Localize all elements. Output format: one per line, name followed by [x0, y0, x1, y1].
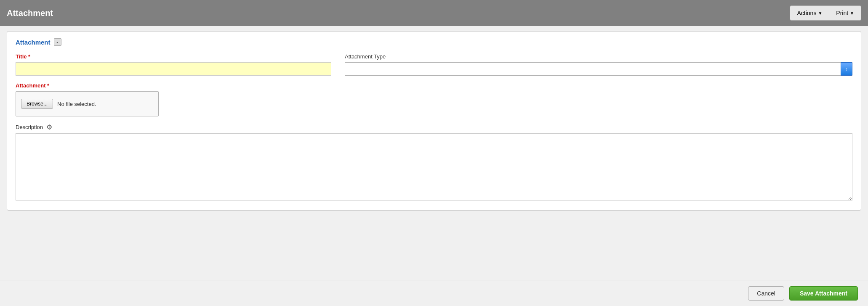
header-buttons: Actions ▼ Print ▼ [790, 5, 861, 21]
attachment-type-label: Attachment Type [345, 53, 852, 60]
description-label-row: Description ⚙ [16, 123, 852, 131]
footer-bar: Cancel Save Attachment [0, 280, 868, 306]
title-group: Title * [16, 53, 331, 76]
cancel-button[interactable]: Cancel [748, 286, 784, 301]
attachment-type-select-wrapper: ↕ [345, 62, 852, 76]
description-row: Description ⚙ [16, 123, 852, 202]
file-status-label: No file selected. [57, 101, 96, 107]
attachment-label: Attachment * [16, 82, 49, 89]
save-attachment-button[interactable]: Save Attachment [789, 286, 858, 301]
attachment-row: Attachment * Browse... No file selected. [16, 82, 852, 116]
description-label-text: Description [16, 124, 43, 130]
form-row-top: Title * Attachment Type ↕ [16, 53, 852, 76]
section-title: Attachment [16, 39, 51, 46]
actions-arrow-icon: ▼ [818, 11, 822, 16]
attachment-type-select[interactable] [345, 62, 852, 76]
actions-button[interactable]: Actions ▼ [790, 5, 829, 21]
attachment-type-group: Attachment Type ↕ [345, 53, 852, 76]
section-header: Attachment - [16, 38, 852, 46]
title-label: Title * [16, 53, 331, 60]
page-title: Attachment [7, 8, 53, 18]
print-button[interactable]: Print ▼ [829, 5, 861, 21]
header-bar: Attachment Actions ▼ Print ▼ [0, 0, 868, 26]
description-textarea[interactable] [16, 133, 852, 200]
title-input[interactable] [16, 62, 331, 76]
browse-button[interactable]: Browse... [21, 99, 53, 109]
gear-icon: ⚙ [45, 123, 53, 131]
section-collapse-button[interactable]: - [54, 38, 61, 46]
main-content: Attachment - Title * Attachment Type ↕ [0, 26, 868, 280]
print-arrow-icon: ▼ [850, 11, 854, 16]
file-upload-box: Browse... No file selected. [16, 91, 159, 116]
page-wrapper: Attachment Actions ▼ Print ▼ Attachment … [0, 0, 868, 306]
section-panel: Attachment - Title * Attachment Type ↕ [7, 31, 861, 211]
